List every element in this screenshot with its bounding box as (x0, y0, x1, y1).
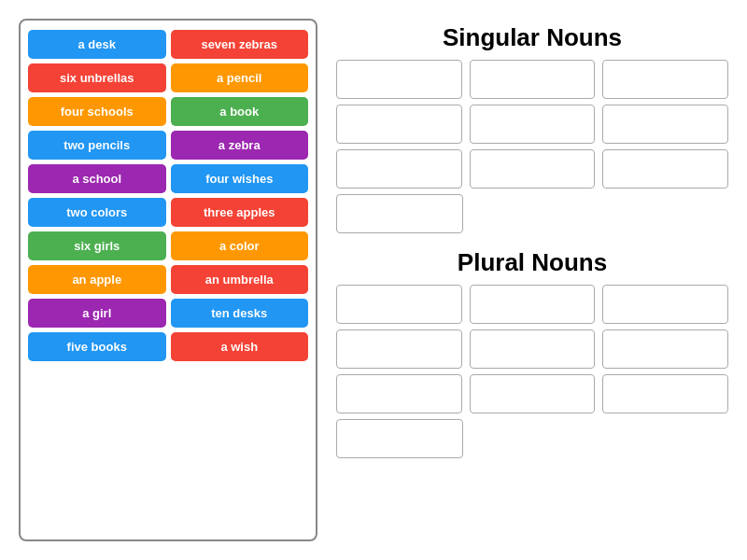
word-row: a girlten desks (28, 299, 308, 328)
singular-row-2 (336, 105, 728, 144)
word-row: six unbrellasa pencil (28, 63, 308, 92)
word-button[interactable]: two colors (28, 198, 166, 227)
singular-title: Singular Nouns (336, 23, 728, 52)
word-button[interactable]: a color (171, 231, 309, 260)
plural-row-3 (336, 374, 728, 413)
word-row: six girlsa color (28, 231, 308, 260)
word-button[interactable]: a zebra (171, 131, 309, 160)
singular-drop-cell[interactable] (336, 194, 463, 233)
word-button[interactable]: an apple (28, 265, 166, 294)
singular-drop-cell[interactable] (602, 60, 728, 99)
plural-drop-cell[interactable] (470, 374, 596, 413)
word-button[interactable]: six unbrellas (28, 63, 166, 92)
word-button[interactable]: seven zebras (171, 30, 309, 59)
singular-row-3 (336, 149, 728, 189)
plural-drop-cell[interactable] (602, 329, 728, 369)
plural-drop-cell[interactable] (470, 285, 596, 324)
plural-drop-cell[interactable] (336, 285, 462, 324)
word-row: two colorsthree apples (28, 198, 308, 227)
plural-drop-cell[interactable] (336, 329, 462, 369)
word-button[interactable]: five books (28, 332, 166, 361)
word-button[interactable]: a pencil (171, 63, 309, 92)
plural-drop-cell[interactable] (602, 285, 728, 324)
word-row: a deskseven zebras (28, 30, 308, 59)
singular-drop-cell[interactable] (336, 149, 462, 189)
singular-drop-cell[interactable] (602, 105, 728, 144)
word-row: five booksa wish (28, 332, 308, 361)
word-button[interactable]: an umbrella (171, 265, 309, 294)
word-button[interactable]: a school (28, 164, 166, 193)
word-button[interactable]: a wish (171, 332, 309, 361)
singular-row-4 (336, 194, 728, 233)
word-row: two pencilsa zebra (28, 131, 308, 160)
singular-row-1 (336, 60, 728, 99)
word-row: four schoolsa book (28, 97, 308, 126)
word-button[interactable]: three apples (171, 198, 309, 227)
plural-drop-cell[interactable] (470, 329, 596, 369)
word-button[interactable]: four schools (28, 97, 166, 126)
word-button[interactable]: six girls (28, 231, 166, 260)
singular-drop-cell[interactable] (336, 60, 462, 99)
drop-panel: Singular Nouns Plural Nouns (336, 19, 728, 541)
word-button[interactable]: a desk (28, 30, 166, 59)
singular-drop-cell[interactable] (470, 105, 596, 144)
singular-drop-cell[interactable] (602, 149, 728, 189)
singular-drop-cell[interactable] (470, 149, 596, 189)
word-button[interactable]: four wishes (171, 164, 309, 193)
word-row: an applean umbrella (28, 265, 308, 294)
word-bank: a deskseven zebrassix unbrellasa pencilf… (19, 19, 317, 541)
word-button[interactable]: ten desks (171, 299, 309, 328)
plural-drop-cell[interactable] (336, 419, 463, 458)
plural-row-1 (336, 285, 728, 324)
plural-title: Plural Nouns (336, 248, 728, 277)
plural-row-2 (336, 329, 728, 369)
plural-drop-cell[interactable] (336, 374, 462, 413)
plural-row-4 (336, 419, 728, 458)
word-button[interactable]: two pencils (28, 131, 166, 160)
plural-drop-cell[interactable] (602, 374, 728, 413)
singular-drop-cell[interactable] (336, 105, 462, 144)
word-row: a schoolfour wishes (28, 164, 308, 193)
word-button[interactable]: a girl (28, 299, 166, 328)
singular-drop-cell[interactable] (470, 60, 596, 99)
word-button[interactable]: a book (171, 97, 309, 126)
